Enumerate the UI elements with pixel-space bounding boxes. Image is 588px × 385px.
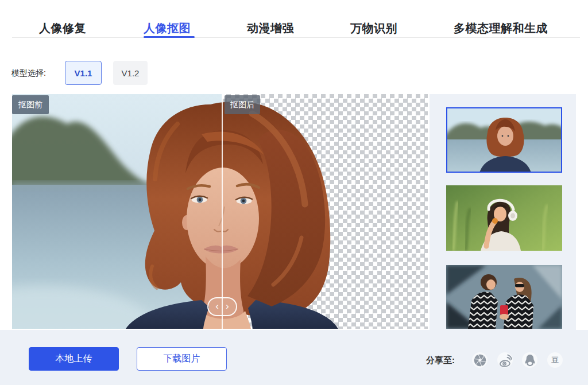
download-image-button[interactable]: 下载图片 <box>137 347 227 371</box>
tab-object-recognition[interactable]: 万物识别 <box>350 21 397 36</box>
thumbnail-woman-by-lake[interactable] <box>446 107 562 173</box>
thumbnail-girl-with-headphones[interactable] <box>446 185 562 251</box>
local-upload-button[interactable]: 本地上传 <box>29 347 119 371</box>
weibo-icon <box>498 353 512 367</box>
after-badge: 抠图后 <box>225 95 260 114</box>
portrait-subject <box>12 94 428 329</box>
tab-anime-enhance[interactable]: 动漫增强 <box>247 21 294 36</box>
share-to-label: 分享至: <box>426 355 455 366</box>
comparison-divider-line[interactable] <box>222 94 223 329</box>
qq-icon <box>524 354 536 367</box>
tab-portrait-matting[interactable]: 人像抠图 <box>144 21 191 36</box>
share-qq-button[interactable] <box>522 352 537 368</box>
model-option-v11[interactable]: V1.1 <box>65 61 102 85</box>
share-weibo-button[interactable] <box>497 352 513 368</box>
thumbnail-two-friends-red-cup[interactable] <box>446 265 562 329</box>
comparison-slider-handle[interactable]: ‹ › <box>207 297 237 316</box>
model-option-v12[interactable]: V1.2 <box>113 61 148 85</box>
chevron-left-icon: ‹ <box>215 301 219 311</box>
douban-icon: 豆 <box>551 356 559 364</box>
tab-bar: 人像修复 人像抠图 动漫增强 万物识别 多模态理解和生成 <box>0 0 588 38</box>
share-moments-button[interactable] <box>472 352 488 368</box>
tab-portrait-restore[interactable]: 人像修复 <box>39 21 86 36</box>
model-select-label: 模型选择: <box>11 68 46 79</box>
moments-aperture-icon <box>474 354 486 367</box>
before-badge: 抠图前 <box>12 95 49 114</box>
chevron-right-icon: › <box>226 301 229 311</box>
tab-multimodal[interactable]: 多模态理解和生成 <box>454 21 548 36</box>
tabbar-divider <box>12 37 580 38</box>
comparison-viewer: 抠图前 抠图后 ‹ › <box>12 94 428 329</box>
active-tab-underline <box>144 36 195 38</box>
share-douban-button[interactable]: 豆 <box>547 352 563 368</box>
portrait-matting-app: 人像修复 人像抠图 动漫增强 万物识别 多模态理解和生成 模型选择: V1.1 … <box>0 0 588 385</box>
